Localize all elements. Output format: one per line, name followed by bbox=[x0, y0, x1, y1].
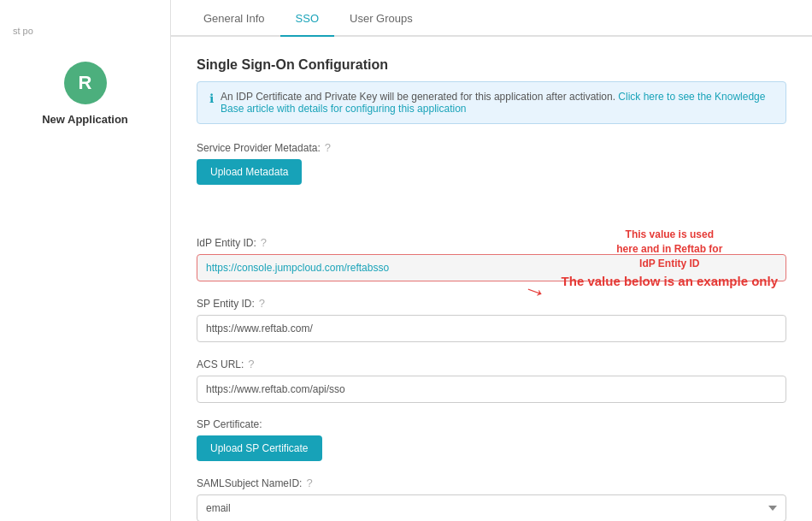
upload-sp-certificate-button[interactable]: Upload SP Certificate bbox=[197, 435, 322, 461]
saml-nameid-label: SAMLSubject NameID: ? bbox=[197, 477, 786, 489]
app-info-section: R New Application bbox=[0, 44, 170, 143]
saml-nameid-group: SAMLSubject NameID: ? email username uid bbox=[197, 477, 786, 521]
sidebar: st po R New Application bbox=[0, 0, 171, 521]
sp-entity-id-input[interactable] bbox=[197, 315, 786, 342]
saml-nameid-help-icon[interactable]: ? bbox=[306, 477, 312, 489]
avatar: R bbox=[64, 62, 107, 104]
info-banner: ℹ An IDP Certificate and Private Key wil… bbox=[197, 81, 786, 124]
acs-url-label: ACS URL: ? bbox=[197, 358, 786, 370]
idp-entity-help-icon[interactable]: ? bbox=[261, 236, 267, 249]
service-provider-metadata-group: Service Provider Metadata: ? Upload Meta… bbox=[197, 141, 786, 185]
info-icon: ℹ bbox=[209, 92, 214, 105]
sp-entity-id-group: SP Entity ID: ? bbox=[197, 297, 786, 342]
sp-entity-id-label: SP Entity ID: ? bbox=[197, 297, 786, 310]
tabs-bar: General Info SSO User Groups bbox=[171, 0, 812, 37]
main-content: General Info SSO User Groups Single Sign… bbox=[171, 0, 812, 521]
saml-nameid-select[interactable]: email username uid bbox=[197, 494, 786, 521]
sp-certificate-group: SP Certificate: Upload SP Certificate bbox=[197, 418, 786, 461]
idp-entity-section: This value is usedhere and in Reftab for… bbox=[197, 236, 786, 281]
service-provider-help-icon[interactable]: ? bbox=[325, 141, 331, 154]
idp-entity-id-input[interactable] bbox=[197, 254, 786, 281]
section-title: Single Sign-On Configuration bbox=[197, 57, 786, 73]
knowledge-base-link[interactable]: Click here to see the Knowledge Base art… bbox=[221, 91, 765, 115]
acs-url-input[interactable] bbox=[197, 376, 786, 403]
sso-content: Single Sign-On Configuration ℹ An IDP Ce… bbox=[171, 37, 812, 521]
tab-general-info[interactable]: General Info bbox=[188, 0, 280, 37]
idp-entity-id-group: IdP Entity ID: ? bbox=[197, 236, 786, 281]
idp-entity-id-label: IdP Entity ID: ? bbox=[197, 236, 786, 249]
sp-certificate-label: SP Certificate: bbox=[197, 418, 786, 430]
acs-url-help-icon[interactable]: ? bbox=[248, 358, 254, 370]
info-banner-text: An IDP Certificate and Private Key will … bbox=[221, 91, 774, 115]
sidebar-partial-label: st po bbox=[0, 17, 170, 44]
sp-entity-help-icon[interactable]: ? bbox=[259, 297, 265, 310]
upload-metadata-button[interactable]: Upload Metadata bbox=[197, 159, 302, 185]
app-name: New Application bbox=[42, 113, 128, 126]
acs-url-group: ACS URL: ? bbox=[197, 358, 786, 403]
tab-sso[interactable]: SSO bbox=[280, 0, 334, 37]
service-provider-metadata-label: Service Provider Metadata: ? bbox=[197, 141, 786, 154]
tab-user-groups[interactable]: User Groups bbox=[334, 0, 428, 37]
